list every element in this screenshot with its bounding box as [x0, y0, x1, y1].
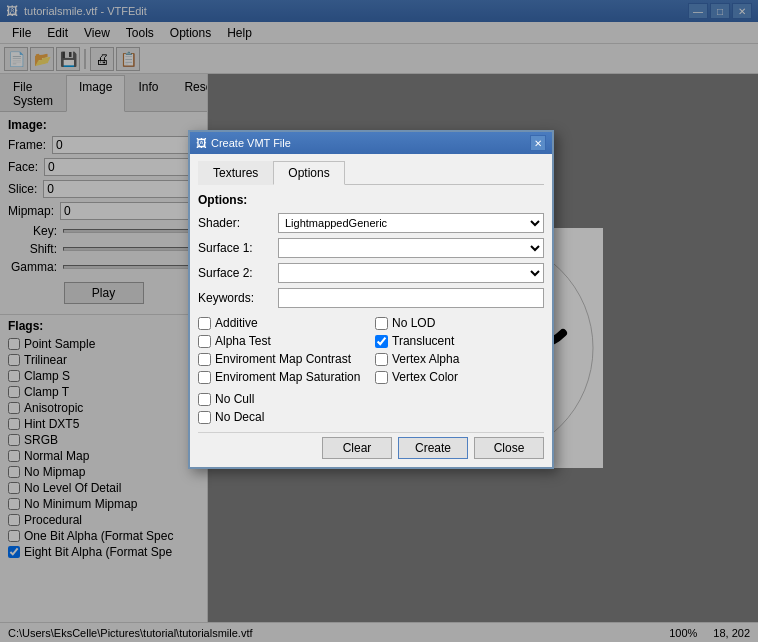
dialog-tab-options[interactable]: Options: [273, 161, 344, 185]
flag-procedural-checkbox[interactable]: [8, 514, 20, 526]
menu-tools[interactable]: Tools: [118, 24, 162, 42]
menu-help[interactable]: Help: [219, 24, 260, 42]
minimize-button[interactable]: —: [688, 3, 708, 19]
frame-input[interactable]: [52, 136, 208, 154]
check-translucent-box[interactable]: [375, 335, 388, 348]
flag-eight-bit-alpha-checkbox[interactable]: [8, 546, 20, 558]
flag-clamp-t: Clamp T: [8, 385, 199, 399]
flag-anisotropic-label: Anisotropic: [24, 401, 83, 415]
flag-clamp-t-checkbox[interactable]: [8, 386, 20, 398]
dialog-body: Textures Options Options: Shader: Lightm…: [190, 154, 552, 467]
flag-anisotropic-checkbox[interactable]: [8, 402, 20, 414]
flag-eight-bit-alpha: Eight Bit Alpha (Format Spe: [8, 545, 199, 559]
dialog-close-button[interactable]: Close: [474, 437, 544, 459]
flag-clamp-s: Clamp S: [8, 369, 199, 383]
check-alpha-test-box[interactable]: [198, 335, 211, 348]
surface1-select[interactable]: [278, 238, 544, 258]
window-title: tutorialsmile.vtf - VTFEdit: [24, 5, 147, 17]
slice-input[interactable]: [43, 180, 201, 198]
flag-hint-dxt5-checkbox[interactable]: [8, 418, 20, 430]
toolbar: 📄 📂 💾 🖨 📋: [0, 44, 758, 74]
flag-point-sample-checkbox[interactable]: [8, 338, 20, 350]
close-window-button[interactable]: ✕: [732, 3, 752, 19]
flag-srgb-checkbox[interactable]: [8, 434, 20, 446]
mipmap-input[interactable]: [60, 202, 208, 220]
check-alpha-test: Alpha Test: [198, 334, 367, 348]
flag-no-min-mipmap-label: No Minimum Mipmap: [24, 497, 137, 511]
mipmap-row: Mipmap:: [8, 202, 199, 220]
flag-one-bit-alpha-label: One Bit Alpha (Format Spec: [24, 529, 173, 543]
dialog-close-icon-button[interactable]: ✕: [530, 135, 546, 151]
check-env-contrast: Enviroment Map Contrast: [198, 352, 367, 366]
shift-slider[interactable]: [63, 247, 199, 251]
check-no-lod-box[interactable]: [375, 317, 388, 330]
image-form: Image: Frame: Face: Slice: Mipmap: Key:: [0, 112, 207, 314]
check-additive-box[interactable]: [198, 317, 211, 330]
menu-bar: File Edit View Tools Options Help: [0, 22, 758, 44]
check-no-cull-label: No Cull: [215, 392, 254, 406]
check-vertex-alpha-box[interactable]: [375, 353, 388, 366]
check-translucent: Translucent: [375, 334, 544, 348]
toolbar-new[interactable]: 📄: [4, 47, 28, 71]
check-env-saturation-box[interactable]: [198, 371, 211, 384]
key-slider[interactable]: [63, 229, 199, 233]
toolbar-open[interactable]: 📂: [30, 47, 54, 71]
flag-no-mipmap-label: No Mipmap: [24, 465, 85, 479]
clear-button[interactable]: Clear: [322, 437, 392, 459]
tab-resources[interactable]: Resources: [171, 75, 208, 112]
keywords-input[interactable]: [278, 288, 544, 308]
dialog-tab-bar: Textures Options: [198, 160, 544, 185]
flag-point-sample: Point Sample: [8, 337, 199, 351]
image-section-label: Image:: [8, 118, 199, 132]
slice-row: Slice:: [8, 180, 199, 198]
surface2-select[interactable]: [278, 263, 544, 283]
flag-clamp-s-checkbox[interactable]: [8, 370, 20, 382]
toolbar-separator: [84, 49, 86, 69]
check-no-decal-box[interactable]: [198, 411, 211, 424]
create-button[interactable]: Create: [398, 437, 468, 459]
flags-title: Flags:: [8, 319, 199, 333]
flag-no-lod-checkbox[interactable]: [8, 482, 20, 494]
shader-select[interactable]: LightmappedGeneric: [278, 213, 544, 233]
check-additive: Additive: [198, 316, 367, 330]
dialog-tab-textures[interactable]: Textures: [198, 161, 273, 185]
check-no-decal-label: No Decal: [215, 410, 264, 424]
check-vertex-color: Vertex Color: [375, 370, 544, 384]
surface1-label: Surface 1:: [198, 241, 278, 255]
flag-no-mipmap-checkbox[interactable]: [8, 466, 20, 478]
gamma-label: Gamma:: [8, 260, 63, 274]
play-button[interactable]: Play: [64, 282, 144, 304]
face-label: Face:: [8, 160, 44, 174]
shift-label: Shift:: [8, 242, 63, 256]
toolbar-clipboard[interactable]: 📋: [116, 47, 140, 71]
menu-file[interactable]: File: [4, 24, 39, 42]
check-additive-label: Additive: [215, 316, 258, 330]
flag-no-lod-label: No Level Of Detail: [24, 481, 121, 495]
flag-normal-map-checkbox[interactable]: [8, 450, 20, 462]
bottom-checkboxes: No Cull No Decal: [198, 392, 544, 424]
tab-image[interactable]: Image: [66, 75, 125, 112]
flag-srgb-label: SRGB: [24, 433, 58, 447]
toolbar-save[interactable]: 💾: [56, 47, 80, 71]
check-vertex-color-box[interactable]: [375, 371, 388, 384]
flag-clamp-s-label: Clamp S: [24, 369, 70, 383]
face-input[interactable]: [44, 158, 202, 176]
tab-filesystem[interactable]: File System: [0, 75, 66, 112]
menu-view[interactable]: View: [76, 24, 118, 42]
flag-trilinear-checkbox[interactable]: [8, 354, 20, 366]
flag-trilinear-label: Trilinear: [24, 353, 67, 367]
flag-trilinear: Trilinear: [8, 353, 199, 367]
create-vmt-dialog: 🖼 Create VMT File ✕ Textures Options Opt…: [188, 130, 554, 469]
check-env-contrast-box[interactable]: [198, 353, 211, 366]
tab-info[interactable]: Info: [125, 75, 171, 112]
toolbar-print[interactable]: 🖨: [90, 47, 114, 71]
flag-one-bit-alpha: One Bit Alpha (Format Spec: [8, 529, 199, 543]
menu-options[interactable]: Options: [162, 24, 219, 42]
menu-edit[interactable]: Edit: [39, 24, 76, 42]
flag-one-bit-alpha-checkbox[interactable]: [8, 530, 20, 542]
gamma-slider[interactable]: [63, 265, 199, 269]
flag-no-min-mipmap-checkbox[interactable]: [8, 498, 20, 510]
flag-anisotropic: Anisotropic: [8, 401, 199, 415]
check-no-cull-box[interactable]: [198, 393, 211, 406]
maximize-button[interactable]: □: [710, 3, 730, 19]
